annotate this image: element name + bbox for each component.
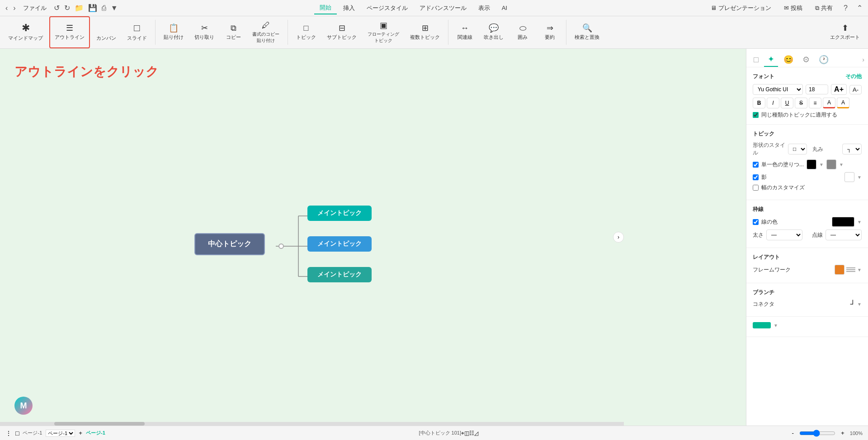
- font-decrease-btn[interactable]: A-: [849, 85, 862, 94]
- shadow-color-swatch[interactable]: [844, 172, 854, 182]
- tool-subtopic[interactable]: ⊟ サブトピック: [322, 16, 361, 48]
- panel-tab-emoji[interactable]: 😊: [780, 53, 797, 66]
- panel-tab-history[interactable]: 🕐: [815, 53, 832, 66]
- undo-btn[interactable]: ↺: [52, 3, 61, 13]
- tool-cut[interactable]: ✂ 切り取り: [190, 16, 219, 48]
- menu-view[interactable]: 表示: [473, 2, 495, 14]
- collapse-top-btn[interactable]: ⌃: [855, 3, 864, 13]
- shadow-dropdown[interactable]: ▼: [857, 175, 862, 180]
- main-topic-2-node[interactable]: メイントピック: [307, 236, 372, 252]
- share-btn[interactable]: ⧉ 共有: [811, 3, 836, 13]
- page-select[interactable]: ページ-1: [46, 430, 75, 437]
- print-btn[interactable]: ⎙: [100, 3, 108, 13]
- menu-page-style[interactable]: ページスタイル: [361, 2, 413, 14]
- apply-same-checkbox[interactable]: [753, 112, 759, 118]
- main-topic-3-node[interactable]: メイントピック: [307, 267, 372, 282]
- fill-color-dropdown[interactable]: ▼: [819, 162, 824, 167]
- center-topic-node[interactable]: 中心トピック: [194, 233, 265, 255]
- fullscreen-btn[interactable]: ◿: [474, 430, 478, 436]
- panel-tab-shape[interactable]: □: [750, 53, 762, 66]
- open-btn[interactable]: 📁: [73, 3, 85, 13]
- bold-btn[interactable]: B: [753, 98, 765, 108]
- shadow-checkbox[interactable]: [753, 174, 759, 180]
- font-increase-btn[interactable]: A+: [831, 84, 847, 95]
- underline-btn[interactable]: U: [781, 98, 793, 108]
- tool-topic[interactable]: □ トピック: [292, 16, 321, 48]
- menu-start[interactable]: 開始: [314, 2, 337, 14]
- tool-format-copy[interactable]: 🖊 書式のコピー貼り付け: [248, 16, 284, 48]
- menu-advanced[interactable]: アドバンスツール: [414, 2, 472, 14]
- redo-btn[interactable]: ↻: [62, 3, 72, 13]
- status-fit-btn[interactable]: □: [15, 430, 19, 437]
- back-btn[interactable]: ‹: [4, 3, 9, 13]
- corner-select[interactable]: ┐: [842, 144, 862, 154]
- branch-color-swatch-green[interactable]: [753, 322, 771, 328]
- presentation-btn[interactable]: 🖥 プレゼンテーション: [707, 3, 775, 13]
- tool-summary[interactable]: ⇒ 要約: [537, 16, 562, 48]
- file-menu[interactable]: ファイル: [19, 3, 50, 13]
- layout-btn[interactable]: ☷: [469, 430, 474, 436]
- scrollbar-thumb[interactable]: [54, 422, 145, 426]
- forward-btn[interactable]: ›: [11, 3, 17, 13]
- zoom-in-btn[interactable]: +: [841, 430, 844, 436]
- branch-color-dropdown[interactable]: ▼: [774, 323, 778, 328]
- tool-paste[interactable]: 📋 貼り付け: [159, 16, 188, 48]
- highlight-btn[interactable]: A: [837, 98, 849, 108]
- grid-btn[interactable]: ◫: [464, 430, 469, 436]
- fill-second-dropdown[interactable]: ▼: [839, 162, 844, 167]
- add-page-btn[interactable]: +: [79, 430, 82, 436]
- panel-tab-style[interactable]: ✦: [764, 52, 778, 67]
- tool-copy[interactable]: ⧉ コピー: [221, 16, 246, 48]
- font-size-input[interactable]: [806, 84, 828, 94]
- border-dash-select[interactable]: — - - -: [826, 229, 862, 240]
- help-btn[interactable]: ?: [842, 3, 849, 13]
- tool-slide[interactable]: □ スライド: [123, 16, 151, 48]
- border-weight-select[interactable]: — ──: [766, 229, 802, 240]
- fill-color-swatch-gray[interactable]: [826, 159, 836, 169]
- menu-insert[interactable]: 挿入: [338, 2, 360, 14]
- tool-callout[interactable]: 💬 吹き出し: [479, 16, 508, 48]
- sidebar-collapse-btn[interactable]: ›: [613, 232, 624, 243]
- instruction-text: アウトラインをクリック: [14, 63, 159, 80]
- border-color-checkbox[interactable]: [753, 219, 759, 225]
- width-checkbox[interactable]: [753, 185, 759, 191]
- fill-checkbox[interactable]: [753, 162, 759, 168]
- fill-color-swatch-black[interactable]: [807, 159, 816, 169]
- tool-kanban[interactable]: ⁢ カンバン: [92, 16, 121, 48]
- zoom-slider[interactable]: [799, 430, 835, 437]
- font-name-select[interactable]: Yu Gothic UI: [753, 84, 803, 95]
- panel-tab-settings[interactable]: ⚙: [799, 53, 813, 66]
- panel-collapse-btn[interactable]: ›: [862, 56, 864, 63]
- font-color-btn[interactable]: A: [823, 98, 835, 108]
- tool-search[interactable]: 🔍 検索と置換: [570, 16, 604, 48]
- tool-relation[interactable]: ↔ 関連線: [452, 16, 477, 48]
- border-color-dropdown[interactable]: ▼: [857, 220, 862, 225]
- tool-multi-topic[interactable]: ⊞ 複数トピック: [406, 16, 444, 48]
- framework-dropdown[interactable]: ▼: [857, 267, 862, 272]
- save-btn[interactable]: 💾: [86, 3, 99, 13]
- separator-3: [448, 20, 448, 45]
- italic-btn[interactable]: I: [767, 98, 779, 108]
- tool-export[interactable]: ⬆ エクスポート: [826, 16, 864, 48]
- tool-outline[interactable]: ☰ アウトライン: [49, 16, 90, 48]
- font-other-link[interactable]: その他: [845, 73, 862, 80]
- framework-color-swatch[interactable]: [835, 265, 844, 275]
- border-color-swatch[interactable]: [832, 217, 854, 227]
- current-page-tab[interactable]: ページ-1: [86, 430, 105, 436]
- zoom-out-btn[interactable]: -: [792, 430, 794, 436]
- center-btn[interactable]: ⌖: [461, 430, 464, 436]
- more-btn[interactable]: ▼: [109, 3, 120, 13]
- status-expand-btn[interactable]: ⋮: [5, 430, 12, 437]
- main-topic-1-node[interactable]: メイントピック: [307, 206, 372, 221]
- shape-style-select[interactable]: □: [788, 144, 807, 154]
- post-btn[interactable]: ✉ 投稿: [780, 3, 806, 13]
- menu-ai[interactable]: AI: [496, 2, 513, 14]
- tool-surround[interactable]: ⬭ 囲み: [510, 16, 535, 48]
- tool-floating[interactable]: ▣ フローティングトピック: [363, 16, 404, 48]
- connector-dropdown[interactable]: ▼: [857, 302, 862, 307]
- align-btn[interactable]: ≡: [809, 98, 821, 108]
- canvas-area[interactable]: アウトラインをクリック 中心トピック メイントピック メイントピック: [0, 49, 746, 426]
- scrollbar-horizontal[interactable]: [0, 422, 624, 426]
- strikethrough-btn[interactable]: S: [795, 98, 807, 108]
- tool-mindmap[interactable]: ✱ マインドマップ: [4, 16, 47, 48]
